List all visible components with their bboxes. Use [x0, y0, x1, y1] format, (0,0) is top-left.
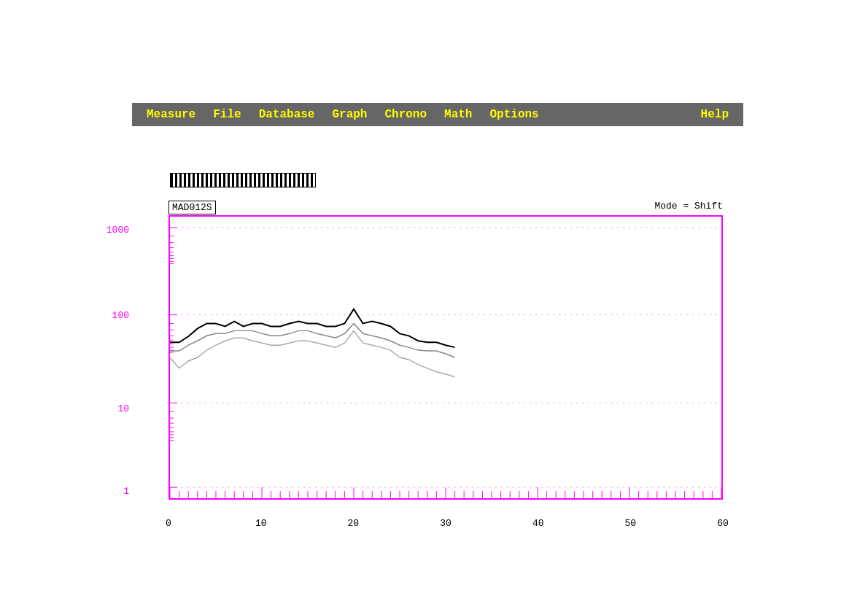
x-axis: 0 10 20 30 40 50 60 — [168, 500, 723, 529]
y-label-10: 10 — [117, 403, 132, 414]
x-label-30: 30 — [440, 518, 452, 529]
menu-math[interactable]: Math — [435, 107, 481, 123]
y-label-100: 100 — [112, 309, 132, 320]
menu-file[interactable]: File — [204, 107, 249, 123]
y-label-1000: 1000 — [106, 224, 132, 235]
chart-area — [168, 215, 723, 500]
chart-label: MAD012S — [168, 201, 216, 214]
y-label-1: 1 — [123, 486, 132, 497]
x-label-20: 20 — [347, 518, 359, 529]
menu-bar: Measure File Database Graph Chrono Math … — [132, 103, 743, 126]
chart-container: MAD012S Mode = Shift 1000 100 10 1 — [132, 201, 730, 529]
menu-help[interactable]: Help — [692, 107, 737, 123]
mode-label: Mode = Shift — [654, 201, 723, 212]
menu-database[interactable]: Database — [250, 107, 324, 123]
x-label-60: 60 — [717, 518, 729, 529]
x-label-50: 50 — [624, 518, 636, 529]
series-gray1 — [170, 323, 455, 357]
x-label-40: 40 — [532, 518, 544, 529]
menu-measure[interactable]: Measure — [138, 107, 204, 123]
x-label-10: 10 — [255, 518, 267, 529]
chart-svg — [170, 217, 721, 498]
toolbar — [170, 173, 316, 187]
menu-options[interactable]: Options — [481, 107, 547, 123]
menu-graph[interactable]: Graph — [323, 107, 376, 123]
y-axis: 1000 100 10 1 — [132, 215, 168, 500]
menu-chrono[interactable]: Chrono — [376, 107, 435, 123]
x-label-0: 0 — [166, 518, 171, 529]
